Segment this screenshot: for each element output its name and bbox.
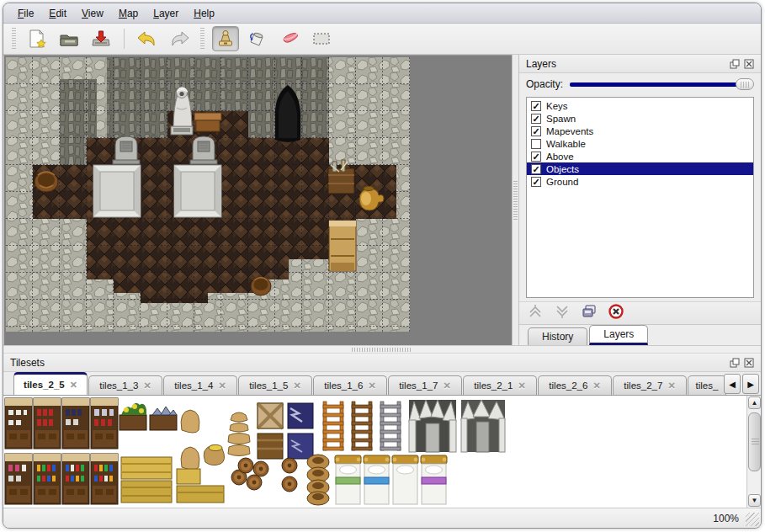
layer-row-walkable[interactable]: Walkable [527,137,753,150]
tab-history[interactable]: History [528,327,587,345]
tile-ladders[interactable] [323,402,401,450]
tileset-tabbar: tiles_2_5✕ tiles_1_3✕ tiles_1_4✕ tiles_1… [3,372,761,395]
resize-grip[interactable] [746,513,759,526]
cabinet [329,221,356,271]
tile-pots[interactable] [307,455,329,505]
stamp-icon [215,28,236,50]
save-map-button[interactable] [88,26,114,51]
layer-row-spawn[interactable]: ✓Spawn [527,112,753,125]
arrow-right-icon: ▶ [747,380,754,389]
opacity-slider[interactable] [570,77,754,91]
tileset-tab-tiles_1_7[interactable]: tiles_1_7✕ [388,375,462,395]
map-canvas[interactable] [6,57,410,332]
scroll-tabs-right-button[interactable]: ▶ [742,374,759,394]
tile-stone-doorways[interactable] [409,400,505,452]
tile-beds[interactable] [335,455,447,504]
menu-file[interactable]: File [10,5,41,22]
tileset-vertical-scrollbar[interactable]: ▲ ▼ [746,396,761,508]
menu-help[interactable]: Help [186,5,222,22]
close-tab-icon[interactable]: ✕ [667,380,675,391]
tileset-tab-tiles_1_6[interactable]: tiles_1_6✕ [313,375,387,395]
basket [251,277,271,295]
undo-button[interactable] [134,26,161,51]
layer-checkbox[interactable]: ✓ [531,126,541,136]
layer-row-mapevents[interactable]: ✓Mapevents [527,125,753,137]
close-tab-icon[interactable]: ✕ [218,380,226,391]
layer-checkbox[interactable]: ✓ [531,164,541,174]
redo-button[interactable] [166,26,193,51]
scroll-up-button[interactable]: ▲ [748,396,761,409]
menu-edit[interactable]: Edit [41,5,74,22]
tileset-tab-tiles_2_1[interactable]: tiles_2_1✕ [463,375,537,395]
layer-row-objects[interactable]: ✓Objects [527,162,753,175]
fill-tool-button[interactable] [244,26,271,51]
tileset-tab-tiles_1_5[interactable]: tiles_1_5✕ [238,375,312,395]
tile-planter-ore[interactable] [150,407,177,430]
stamp-tool-button[interactable] [212,26,239,51]
undo-icon [136,28,158,50]
tileset-tab-truncated[interactable]: tiles_ [688,375,726,395]
vertical-splitter[interactable] [512,55,518,345]
layer-checkbox[interactable]: ✓ [531,177,541,187]
eraser-tool-button[interactable] [276,26,303,51]
tile-barrels[interactable] [231,458,297,492]
opacity-slider-handle[interactable] [736,78,754,90]
tileset-tab-tiles_2_5[interactable]: tiles_2_5✕ [13,372,88,395]
horizontal-splitter[interactable] [3,345,761,353]
panel-tabs: History Layers [519,325,761,345]
chevron-up-icon [528,304,543,319]
chevron-down-icon [555,304,570,319]
close-tab-icon[interactable]: ✕ [443,380,450,391]
layer-checkbox[interactable]: ✓ [531,152,541,162]
toolbar-grip[interactable] [200,28,205,50]
scroll-tabs-left-button[interactable]: ◀ [724,374,741,394]
tile-planter-flowers[interactable] [120,403,146,430]
close-panel-button[interactable] [743,58,754,69]
move-layer-down-button[interactable] [555,304,570,322]
opacity-label: Opacity: [526,78,563,90]
menu-layer[interactable]: Layer [146,5,186,22]
map-canvas-area[interactable] [3,55,512,345]
app-window: File Edit View Map Layer Help [3,3,762,529]
float-panel-button[interactable] [729,357,740,368]
tileset-tab-tiles_1_3[interactable]: tiles_1_3✕ [88,375,162,395]
delete-layer-button[interactable] [608,304,624,322]
delete-icon [608,304,624,319]
close-tab-icon[interactable]: ✕ [293,380,300,391]
tab-layers[interactable]: Layers [589,325,648,345]
tileset-tab-tiles_1_4[interactable]: tiles_1_4✕ [163,375,237,395]
tile-shelves-row1[interactable] [5,398,118,449]
menu-map[interactable]: Map [111,5,146,22]
splitter-grip [513,181,518,220]
layer-checkbox[interactable] [531,139,541,149]
layer-row-keys[interactable]: ✓Keys [527,99,753,112]
open-map-button[interactable] [56,26,82,51]
scrollbar-thumb[interactable] [748,412,761,471]
close-panel-button[interactable] [743,357,754,368]
tileset-tab-tiles_2_6[interactable]: tiles_2_6✕ [538,375,612,395]
tile-shelves-row2[interactable] [5,454,118,504]
gravestone [190,136,217,164]
move-layer-up-button[interactable] [528,304,543,322]
close-tab-icon[interactable]: ✕ [70,380,77,391]
toolbar-grip[interactable] [12,28,16,50]
float-panel-button[interactable] [729,58,740,69]
layer-checkbox[interactable]: ✓ [531,101,541,111]
tileset-tab-tiles_2_7[interactable]: tiles_2_7✕ [613,375,687,395]
menu-view[interactable]: View [74,5,111,22]
close-tab-icon[interactable]: ✕ [368,380,375,391]
close-tab-icon[interactable]: ✕ [143,380,151,391]
layer-checkbox[interactable]: ✓ [531,114,541,124]
new-map-button[interactable] [24,26,50,51]
tileset-grid[interactable] [3,396,737,506]
layer-row-ground[interactable]: ✓Ground [527,175,753,188]
select-tool-button[interactable] [308,26,335,51]
tile-crates[interactable] [258,403,313,459]
status-bar: 100% [3,508,761,528]
close-tab-icon[interactable]: ✕ [518,380,525,391]
layer-list[interactable]: ✓Keys ✓Spawn ✓Mapevents Walkable ✓Above … [526,97,754,298]
duplicate-layer-button[interactable] [582,304,597,322]
close-tab-icon[interactable]: ✕ [592,380,600,391]
scroll-down-button[interactable]: ▼ [748,494,761,507]
layer-row-above[interactable]: ✓Above [527,150,753,162]
